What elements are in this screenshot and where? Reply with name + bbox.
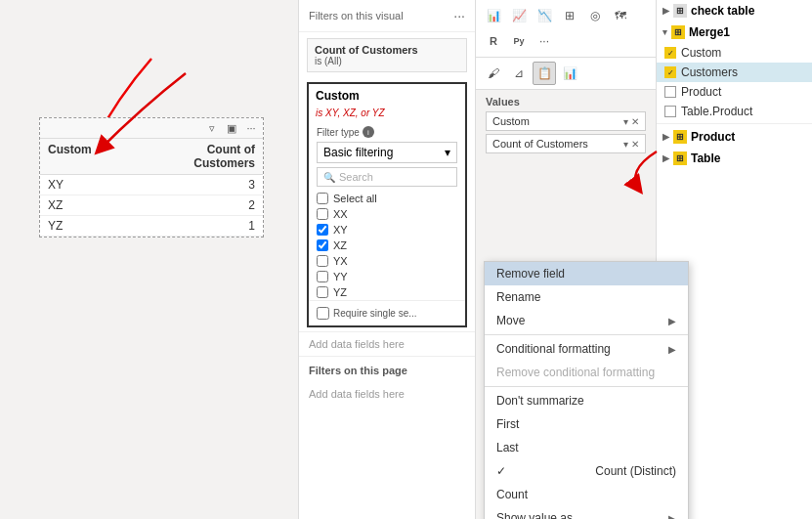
menu-item-remove-conditional: Remove conditional formatting — [485, 361, 688, 384]
menu-item-conditional-format[interactable]: Conditional formatting ▶ — [485, 337, 688, 361]
vis-icon-fields[interactable]: 📋 — [533, 62, 556, 85]
label-xz: XZ — [333, 239, 347, 251]
table-icon-merge1: ⊞ — [671, 25, 685, 39]
submenu-arrow-show-value: ▶ — [668, 513, 676, 520]
checkbox-select-all-input[interactable] — [317, 193, 328, 204]
vis-icon-more[interactable]: ··· — [533, 29, 556, 53]
chevron-down-merge1: ▾ — [662, 27, 667, 37]
cell-count-xy: 3 — [151, 175, 263, 195]
require-single-checkbox[interactable] — [317, 307, 329, 320]
checkbox-select-all[interactable]: Select all — [317, 191, 457, 206]
filter-type-value: Basic filtering — [323, 146, 393, 159]
vis-icon-bar[interactable]: 📊 — [482, 4, 505, 27]
menu-item-dont-summarize[interactable]: Don't summarize — [485, 389, 688, 412]
field-item-product[interactable]: Product — [657, 82, 812, 102]
filter-type-dropdown[interactable]: Basic filtering ▾ — [317, 142, 457, 163]
field-label-product: Product — [681, 85, 721, 99]
menu-item-last[interactable]: Last — [485, 436, 688, 459]
checkbox-list: Select all XX XY XZ YX — [309, 191, 465, 300]
chevron-right-product: ▶ — [662, 132, 669, 142]
menu-item-first[interactable]: First — [485, 412, 688, 436]
field-label-custom: Custom — [681, 46, 721, 60]
left-panel: ▿ ▣ ··· Custom Count of Customers XY 3 X… — [0, 0, 298, 519]
field-item-table-product[interactable]: Table.Product — [657, 102, 812, 121]
vis-icon-py[interactable]: Py — [507, 29, 531, 53]
checkbox-xx-input[interactable] — [317, 208, 328, 220]
filter-card-customers[interactable]: Count of Customers is (All) — [307, 38, 467, 72]
filter-expanded-header: Custom — [309, 84, 465, 108]
search-icon: 🔍 — [323, 172, 335, 183]
context-menu-sep-2 — [485, 386, 688, 387]
vis-icon-analytics[interactable]: 📊 — [558, 62, 581, 85]
field-pill-custom-text: Custom — [492, 115, 530, 127]
arrow-overlay — [0, 0, 298, 519]
checkbox-table-product[interactable] — [664, 106, 676, 117]
field-pill-custom[interactable]: Custom ▾ ✕ — [486, 111, 646, 131]
col-header-customers: Count of Customers — [151, 139, 263, 174]
chevron-icon[interactable]: ▾ — [623, 116, 628, 127]
checkbox-product[interactable] — [664, 86, 676, 98]
filter-icon[interactable]: ▿ — [204, 120, 220, 136]
field-group-check-table[interactable]: ▶ ⊞ check table — [657, 0, 812, 22]
select-all-label: Select all — [333, 193, 377, 204]
filter-card-customers-subtitle: is (All) — [315, 56, 459, 66]
search-placeholder: Search — [339, 171, 373, 183]
checkbox-yx-input[interactable] — [317, 255, 328, 267]
vis-icon-line[interactable]: 📈 — [507, 4, 531, 27]
vis-icon-table[interactable]: ⊞ — [558, 4, 581, 27]
chevron-right-check-table: ▶ — [662, 6, 669, 16]
checkbox-yy[interactable]: YY — [317, 269, 457, 284]
expand-icon[interactable]: ▣ — [224, 120, 239, 136]
table-toolbar: ▿ ▣ ··· — [40, 118, 263, 139]
field-pill-custom-icons: ▾ ✕ — [623, 116, 639, 127]
checkbox-customers[interactable] — [664, 66, 676, 78]
menu-item-rename[interactable]: Rename — [485, 285, 688, 309]
submenu-arrow-format: ▶ — [668, 344, 676, 355]
label-yz: YZ — [333, 286, 347, 298]
group-label-product: Product — [691, 130, 735, 144]
table-header-row: Custom Count of Customers — [40, 139, 263, 175]
table-row: XY 3 — [40, 175, 263, 195]
close-icon[interactable]: ✕ — [631, 116, 639, 127]
menu-item-remove-field[interactable]: Remove field — [485, 262, 688, 285]
field-pill-count-icons: ▾ ✕ — [623, 139, 639, 150]
checkbox-yx[interactable]: YX — [317, 253, 457, 269]
menu-item-count-distinct[interactable]: ✓ Count (Distinct) — [485, 459, 688, 483]
checkbox-yz-input[interactable] — [317, 286, 328, 298]
menu-item-count[interactable]: Count — [485, 483, 688, 506]
cell-count-yz: 1 — [151, 216, 263, 236]
vis-icon-filter2[interactable]: ⊿ — [507, 62, 531, 85]
checkbox-xz[interactable]: XZ — [317, 238, 457, 253]
field-group-product[interactable]: ▶ ⊞ Product — [657, 126, 812, 148]
menu-item-move[interactable]: Move ▶ — [485, 309, 688, 332]
label-yy: YY — [333, 271, 348, 282]
vis-icon-r[interactable]: R — [482, 29, 505, 53]
table-row: XZ 2 — [40, 195, 263, 216]
field-group-merge1[interactable]: ▾ ⊞ Merge1 — [657, 22, 812, 43]
checkbox-yz[interactable]: YZ — [317, 284, 457, 300]
field-pill-count[interactable]: Count of Customers ▾ ✕ — [486, 134, 646, 153]
checkbox-xy[interactable]: XY — [317, 222, 457, 238]
checkbox-xx[interactable]: XX — [317, 206, 457, 222]
search-box[interactable]: 🔍 Search — [317, 167, 457, 187]
checkbox-xy-input[interactable] — [317, 224, 328, 236]
menu-item-show-value-as[interactable]: Show value as ▶ — [485, 506, 688, 519]
checkbox-custom[interactable] — [664, 47, 676, 59]
vis-icon-pie[interactable]: ◎ — [583, 4, 607, 27]
chevron-down-icon: ▾ — [445, 146, 450, 159]
field-item-custom[interactable]: Custom — [657, 43, 812, 63]
vis-icon-map[interactable]: 🗺 — [609, 4, 632, 27]
checkbox-xz-input[interactable] — [317, 239, 328, 251]
filter-type-label: Filter type i — [309, 122, 465, 140]
field-item-customers[interactable]: Customers — [657, 63, 812, 82]
field-group-table[interactable]: ▶ ⊞ Table — [657, 148, 812, 169]
filter-panel-dots[interactable]: ··· — [453, 8, 465, 23]
close-icon-2[interactable]: ✕ — [631, 139, 639, 150]
vis-icon-format[interactable]: 🖌 — [482, 62, 505, 85]
check-mark: ✓ — [496, 464, 506, 478]
more-icon[interactable]: ··· — [243, 120, 259, 136]
checkbox-yy-input[interactable] — [317, 271, 328, 282]
chevron-icon-2[interactable]: ▾ — [623, 139, 628, 150]
vis-icon-area[interactable]: 📉 — [533, 4, 556, 27]
group-label-table: Table — [691, 151, 720, 165]
